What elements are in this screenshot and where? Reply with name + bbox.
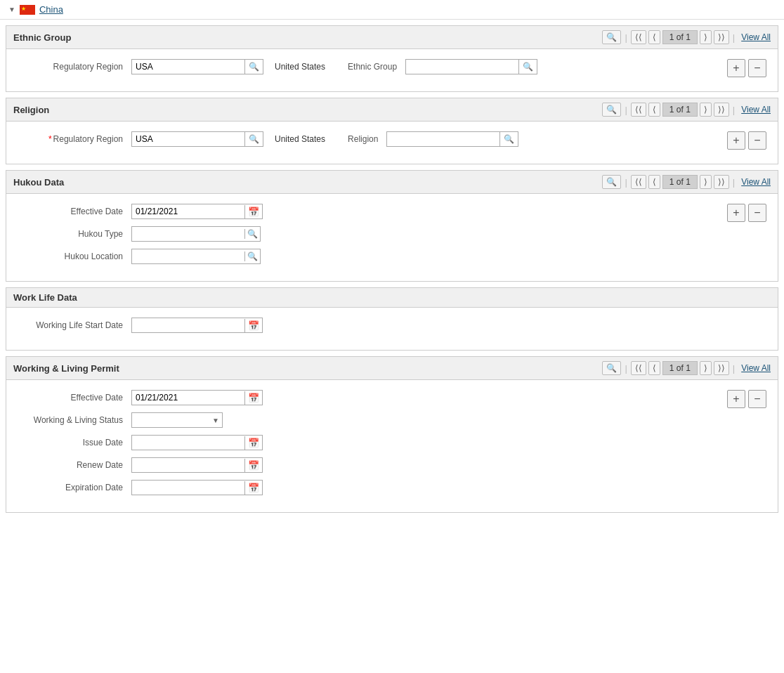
- hukou-pager: 1 of 1: [662, 175, 698, 189]
- ethnic-group-input[interactable]: 🔍: [405, 59, 537, 74]
- expiration-date-input[interactable]: 📅: [131, 480, 263, 495]
- country-title[interactable]: China: [39, 4, 63, 15]
- hukou-type-search-btn[interactable]: 🔍: [244, 229, 260, 239]
- permit-search-btn[interactable]: 🔍: [602, 361, 621, 375]
- hukou-effective-date-input[interactable]: 📅: [131, 204, 263, 219]
- permit-view-all[interactable]: View All: [741, 363, 771, 373]
- hukou-search-btn[interactable]: 🔍: [602, 175, 621, 189]
- expiration-date-calendar-btn[interactable]: 📅: [244, 481, 262, 495]
- hukou-first-btn[interactable]: ⟨⟨: [631, 175, 646, 189]
- hukou-location-field[interactable]: [132, 249, 244, 263]
- hukou-effective-date-calendar-btn[interactable]: 📅: [244, 205, 262, 218]
- issue-date-calendar-btn[interactable]: 📅: [244, 436, 262, 450]
- working-life-start-date-calendar-btn[interactable]: 📅: [244, 319, 262, 332]
- working-life-start-date-field[interactable]: [132, 318, 244, 332]
- religion-toolbar: 🔍 | ⟨⟨ ⟨ 1 of 1 ⟩ ⟩⟩ | View All: [602, 103, 771, 117]
- ethnic-group-next-btn[interactable]: ⟩: [700, 30, 712, 44]
- permit-add-btn[interactable]: +: [727, 390, 745, 408]
- permit-first-btn[interactable]: ⟨⟨: [631, 361, 646, 375]
- working-living-permit-toolbar: 🔍 | ⟨⟨ ⟨ 1 of 1 ⟩ ⟩⟩ | View All: [602, 361, 771, 375]
- religion-regulatory-search-btn[interactable]: 🔍: [244, 132, 263, 146]
- working-living-status-select[interactable]: [132, 413, 209, 427]
- ethnic-group-add-remove: + −: [727, 59, 766, 77]
- religion-regulatory-region-field[interactable]: [132, 132, 244, 146]
- ethnic-group-search-btn[interactable]: 🔍: [602, 30, 621, 44]
- renew-date-field[interactable]: [132, 458, 244, 472]
- hukou-data-title: Hukou Data: [13, 177, 598, 188]
- religion-header: Religion 🔍 | ⟨⟨ ⟨ 1 of 1 ⟩ ⟩⟩ | View All: [6, 98, 778, 122]
- hukou-effective-date-row: Effective Date 📅: [18, 204, 766, 219]
- collapse-icon[interactable]: ▼: [8, 6, 15, 13]
- religion-search-icon-btn[interactable]: 🔍: [499, 132, 518, 146]
- hukou-location-input[interactable]: 🔍: [131, 249, 261, 264]
- working-living-permit-header: Working & Living Permit 🔍 | ⟨⟨ ⟨ 1 of 1 …: [6, 357, 778, 380]
- permit-effective-date-input[interactable]: 📅: [131, 390, 263, 405]
- working-life-start-date-input[interactable]: 📅: [131, 318, 263, 333]
- religion-add-remove: + −: [727, 131, 766, 150]
- hukou-prev-btn[interactable]: ⟨: [648, 175, 660, 189]
- regulatory-region-field[interactable]: [132, 60, 244, 74]
- religion-add-btn[interactable]: +: [727, 131, 745, 150]
- ethnic-group-prev-btn[interactable]: ⟨: [648, 30, 660, 44]
- hukou-remove-btn[interactable]: −: [748, 204, 766, 222]
- divider5: |: [625, 177, 627, 188]
- ethnic-group-view-all[interactable]: View All: [741, 32, 771, 42]
- religion-field[interactable]: [387, 132, 499, 146]
- religion-regulatory-region-input[interactable]: 🔍: [131, 131, 263, 147]
- religion-view-all[interactable]: View All: [741, 105, 771, 115]
- religion-field-label: Religion: [348, 134, 378, 144]
- permit-remove-btn[interactable]: −: [748, 390, 766, 408]
- ethnic-group-field[interactable]: [406, 60, 518, 74]
- renew-date-input[interactable]: 📅: [131, 457, 263, 473]
- working-living-status-input[interactable]: ▼: [131, 412, 223, 428]
- religion-remove-btn[interactable]: −: [748, 131, 766, 150]
- china-flag-icon: [20, 5, 35, 15]
- religion-last-btn[interactable]: ⟩⟩: [714, 103, 729, 117]
- issue-date-field[interactable]: [132, 436, 244, 450]
- permit-effective-date-calendar-btn[interactable]: 📅: [244, 391, 262, 405]
- hukou-last-btn[interactable]: ⟩⟩: [714, 175, 729, 189]
- divider7: |: [625, 363, 627, 374]
- regulatory-region-search-btn[interactable]: 🔍: [244, 60, 263, 74]
- working-living-permit-body: + − Effective Date 📅 Working & Living St…: [6, 380, 778, 512]
- ethnic-group-first-btn[interactable]: ⟨⟨: [631, 30, 646, 44]
- ethnic-group-title: Ethnic Group: [13, 32, 598, 43]
- religion-regulatory-region-text: United States: [275, 134, 325, 144]
- hukou-data-toolbar: 🔍 | ⟨⟨ ⟨ 1 of 1 ⟩ ⟩⟩ | View All: [602, 175, 771, 189]
- hukou-type-field[interactable]: [132, 227, 244, 241]
- permit-next-btn[interactable]: ⟩: [700, 361, 712, 375]
- religion-input[interactable]: 🔍: [386, 131, 518, 147]
- ethnic-group-search-icon-btn[interactable]: 🔍: [518, 60, 537, 74]
- hukou-view-all[interactable]: View All: [741, 177, 771, 187]
- working-life-start-date-label: Working Life Start Date: [18, 320, 123, 330]
- hukou-add-btn[interactable]: +: [727, 204, 745, 222]
- religion-row: Regulatory Region 🔍 United States Religi…: [18, 131, 766, 147]
- expiration-date-field[interactable]: [132, 481, 244, 495]
- religion-prev-btn[interactable]: ⟨: [648, 103, 660, 117]
- hukou-type-input[interactable]: 🔍: [131, 226, 261, 242]
- permit-prev-btn[interactable]: ⟨: [648, 361, 660, 375]
- renew-date-label: Renew Date: [18, 460, 123, 470]
- ethnic-group-last-btn[interactable]: ⟩⟩: [714, 30, 729, 44]
- permit-effective-date-field[interactable]: [132, 391, 244, 405]
- permit-last-btn[interactable]: ⟩⟩: [714, 361, 729, 375]
- hukou-next-btn[interactable]: ⟩: [700, 175, 712, 189]
- issue-date-input[interactable]: 📅: [131, 435, 263, 450]
- religion-first-btn[interactable]: ⟨⟨: [631, 103, 646, 117]
- renew-date-calendar-btn[interactable]: 📅: [244, 459, 262, 472]
- regulatory-region-input[interactable]: 🔍: [131, 59, 263, 74]
- ethnic-group-add-btn[interactable]: +: [727, 59, 745, 77]
- ethnic-group-pager: 1 of 1: [662, 30, 698, 44]
- religion-section: Religion 🔍 | ⟨⟨ ⟨ 1 of 1 ⟩ ⟩⟩ | View All…: [6, 98, 778, 164]
- hukou-effective-date-field[interactable]: [132, 204, 244, 218]
- ethnic-group-remove-btn[interactable]: −: [748, 59, 766, 77]
- religion-next-btn[interactable]: ⟩: [700, 103, 712, 117]
- issue-date-row: Issue Date 📅: [18, 435, 766, 450]
- hukou-location-search-btn[interactable]: 🔍: [244, 251, 260, 261]
- ethnic-group-header: Ethnic Group 🔍 | ⟨⟨ ⟨ 1 of 1 ⟩ ⟩⟩ | View…: [6, 26, 778, 49]
- permit-pager: 1 of 1: [662, 361, 698, 375]
- religion-search-btn[interactable]: 🔍: [602, 103, 621, 117]
- hukou-add-remove: + −: [727, 204, 766, 222]
- ethnic-group-body: + − Regulatory Region 🔍 United States Et…: [6, 49, 778, 91]
- issue-date-label: Issue Date: [18, 438, 123, 447]
